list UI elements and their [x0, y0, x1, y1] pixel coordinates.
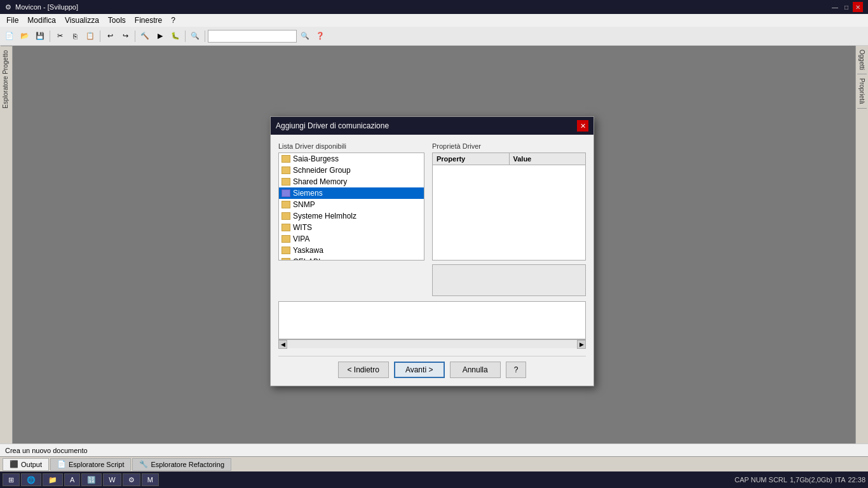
list-item-schneider[interactable]: Schneider Group — [279, 165, 424, 176]
list-item-shared[interactable]: Shared Memory — [279, 176, 424, 187]
list-item-snmp[interactable]: SNMP — [279, 199, 424, 210]
task-calc[interactable]: 🔢 — [81, 473, 102, 486]
menu-tools[interactable]: Tools — [104, 15, 130, 26]
folder-icon-schneider — [281, 166, 290, 174]
prop-grid-body — [433, 165, 585, 257]
task-explorer[interactable]: 📁 — [43, 473, 63, 486]
tb-new[interactable]: 📄 — [3, 29, 17, 43]
menu-visualizza[interactable]: Visualizza — [61, 15, 103, 26]
scroll-right-arrow[interactable]: ▶ — [577, 340, 586, 349]
back-button[interactable]: < Indietro — [338, 362, 389, 378]
folder-icon-systeme — [281, 212, 290, 220]
folder-icon-wits — [281, 224, 290, 231]
tb-undo[interactable]: ↩ — [103, 29, 117, 43]
scroll-left-arrow[interactable]: ◀ — [278, 340, 287, 349]
list-item-schneider-label: Schneider Group — [293, 166, 351, 175]
folder-icon-yaskawa — [281, 247, 290, 254]
list-item-cei-label: CEI-ABI — [293, 257, 320, 261]
list-item-wits[interactable]: WITS — [279, 222, 424, 233]
cancel-button[interactable]: Annulla — [450, 362, 501, 378]
toolbar: 📄 📂 💾 ✂ ⎘ 📋 ↩ ↪ 🔨 ▶ 🐛 🔍 🔍 ❓ — [0, 27, 868, 46]
taskbar-indicators: CAP NUM SCRL — [735, 476, 787, 484]
toolbar-search-input[interactable] — [208, 30, 297, 43]
menu-file[interactable]: File — [3, 15, 22, 26]
next-button[interactable]: Avanti > — [394, 362, 445, 378]
menu-modifica[interactable]: Modifica — [24, 15, 60, 26]
tb-copy[interactable]: ⎘ — [68, 29, 82, 43]
taskbar-locale: ITA — [835, 476, 845, 484]
scroll-track[interactable] — [287, 341, 577, 348]
taskbar-time: 22:38 — [848, 476, 865, 484]
sidebar-tab-esploratore-progetto[interactable]: Esploratore Progetto — [1, 46, 12, 112]
task-ie[interactable]: 🌐 — [21, 473, 41, 486]
task-lang[interactable]: A — [64, 473, 80, 486]
prop-col-value: Value — [510, 153, 586, 165]
dialog-title-text: Aggiungi Driver di comunicazione — [276, 121, 389, 130]
list-item-cei[interactable]: CEI-ABI — [279, 256, 424, 261]
taskbar-memory: 1,7Gb(2,0Gb) — [790, 476, 832, 484]
task-app[interactable]: ⚙ — [123, 473, 140, 486]
list-item-saia[interactable]: Saia-Burgess — [279, 153, 424, 165]
tb-redo[interactable]: ↪ — [118, 29, 132, 43]
list-item-siemens[interactable]: Siemens — [279, 187, 424, 199]
driver-list[interactable]: Saia-Burgess Schneider Group Shared Memo… — [278, 152, 424, 261]
tb-sep-3 — [135, 30, 135, 42]
tb-debug[interactable]: 🐛 — [168, 29, 182, 43]
tab-script-label: Esploratore Script — [69, 461, 124, 468]
list-item-yaskawa[interactable]: Yaskawa — [279, 245, 424, 256]
description-text-area — [278, 301, 586, 339]
window-title: Movicon - [Sviluppo] — [15, 3, 78, 11]
dialog-button-row: < Indietro Avanti > Annulla ? — [278, 356, 586, 378]
scroll-horizontal[interactable]: ◀ ▶ — [278, 339, 586, 348]
tb-cut[interactable]: ✂ — [53, 29, 67, 43]
help-button-label: ? — [514, 365, 519, 374]
app-icon: ⚙ — [5, 3, 11, 11]
task-movicon[interactable]: M — [142, 473, 159, 486]
tb-search-btn[interactable]: 🔍 — [298, 29, 312, 43]
status-line: Crea un nuovo documento — [0, 444, 868, 456]
folder-icon-siemens — [281, 189, 290, 197]
prop-grid-header: Property Value — [433, 153, 585, 165]
sidebar-tab-proprieta-label: Proprietà — [858, 78, 865, 104]
tab-refactoring-label: Esploratore Refactoring — [151, 461, 224, 468]
list-item-shared-label: Shared Memory — [293, 177, 347, 186]
menu-help[interactable]: ? — [167, 15, 179, 26]
sidebar-tab-oggetti-label: Oggetti — [858, 50, 865, 70]
tb-help[interactable]: ❓ — [313, 29, 327, 43]
tb-run[interactable]: ▶ — [153, 29, 167, 43]
tb-paste[interactable]: 📋 — [83, 29, 97, 43]
list-item-wits-label: WITS — [293, 223, 312, 232]
prop-section-title: Proprietà Driver — [432, 142, 586, 150]
list-item-systeme[interactable]: Systeme Helmholz — [279, 210, 424, 222]
folder-icon-shared — [281, 178, 290, 186]
minimize-button[interactable]: — — [830, 2, 840, 12]
list-item-saia-label: Saia-Burgess — [293, 154, 339, 163]
dialog-left-panel: Lista Driver disponibili Saia-Burgess Sc… — [278, 142, 424, 296]
start-button[interactable]: ⊞ — [3, 473, 20, 486]
dialog-close-button[interactable]: ✕ — [577, 120, 588, 132]
tab-esploratore-refactoring[interactable]: 🔧 Esploratore Refactoring — [132, 458, 231, 471]
sidebar-tab-label: Esploratore Progetto — [2, 50, 9, 109]
property-grid: Property Value — [432, 152, 586, 261]
menu-finestre[interactable]: Finestre — [131, 15, 166, 26]
right-sidebar: Oggetti Proprietà — [855, 46, 868, 459]
tb-open[interactable]: 📂 — [18, 29, 32, 43]
list-item-vipa[interactable]: VIPA — [279, 233, 424, 245]
dialog-title-bar: Aggiungi Driver di comunicazione ✕ — [271, 117, 593, 135]
tab-esploratore-script[interactable]: 📄 Esploratore Script — [50, 458, 131, 471]
sidebar-tab-proprieta[interactable]: Proprietà — [857, 74, 867, 109]
tb-sep-2 — [100, 30, 100, 42]
maximize-button[interactable]: □ — [841, 2, 851, 12]
title-bar: ⚙ Movicon - [Sviluppo] — □ ✕ — [0, 0, 868, 14]
task-word[interactable]: W — [103, 473, 121, 486]
tb-build[interactable]: 🔨 — [138, 29, 152, 43]
sidebar-tab-oggetti[interactable]: Oggetti — [857, 46, 867, 74]
tb-sep-1 — [50, 30, 50, 42]
next-button-label: Avanti > — [405, 365, 433, 374]
tb-save[interactable]: 💾 — [33, 29, 47, 43]
help-button[interactable]: ? — [506, 362, 527, 378]
tab-output-label: Output — [21, 461, 42, 468]
close-button[interactable]: ✕ — [853, 2, 863, 12]
tb-zoom[interactable]: 🔍 — [188, 29, 202, 43]
tab-output[interactable]: ⬛ Output — [3, 458, 49, 471]
